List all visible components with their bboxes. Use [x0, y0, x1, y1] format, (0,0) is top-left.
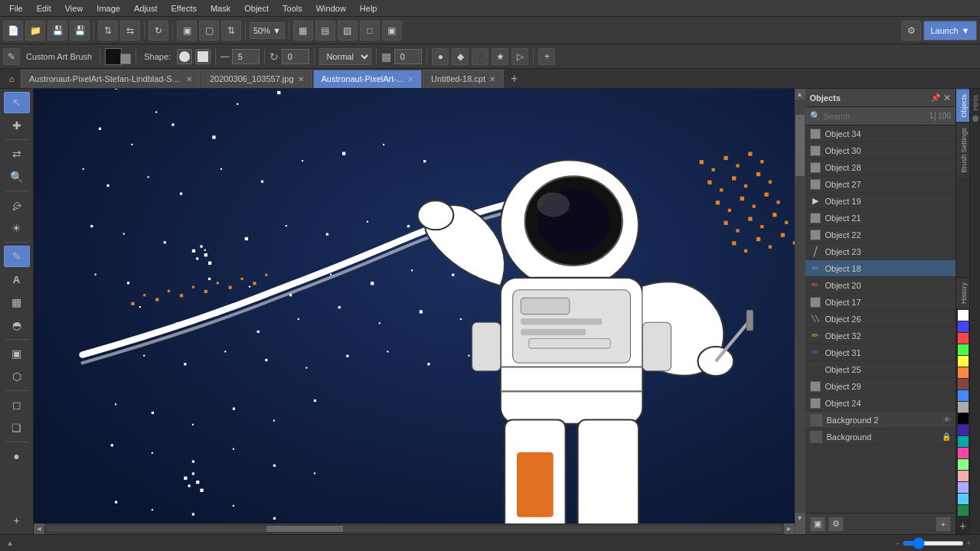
resize-button[interactable]: ▢	[199, 21, 219, 41]
opacity-field[interactable]: 0	[394, 49, 422, 64]
hints-btn[interactable]	[972, 116, 978, 122]
view-btn3[interactable]: ▧	[338, 21, 358, 41]
panel-pin[interactable]: 📌	[931, 93, 940, 102]
tab-active[interactable]: Austronaut-PixelArt-... ✕	[313, 70, 423, 88]
canvas-area[interactable]: ▲ ▼ ◄ ►	[34, 89, 805, 534]
obj-item-24[interactable]: Object 24	[805, 395, 956, 412]
vscroll-up[interactable]: ▲	[795, 89, 805, 99]
tool-color[interactable]: ●	[4, 445, 30, 467]
brush-tool-icon[interactable]: ✎	[3, 48, 20, 65]
tab2-close[interactable]: ✕	[298, 75, 304, 83]
tool-lasso[interactable]: ⌮	[4, 194, 30, 216]
tool-shape[interactable]: ⬡	[4, 366, 30, 387]
tool-node[interactable]: ✚	[4, 115, 30, 136]
tool-eyedropper[interactable]: ◓	[4, 315, 30, 336]
obj-item-bg2[interactable]: Background 2 👁	[805, 412, 956, 429]
color-teal[interactable]	[958, 436, 969, 447]
tab4-close[interactable]: ✕	[489, 75, 495, 83]
vscroll-track[interactable]	[795, 99, 805, 513]
hscroll-thumb[interactable]	[266, 526, 343, 532]
export-button[interactable]: ⇆	[120, 21, 140, 41]
obj-item-27[interactable]: Object 27	[805, 176, 956, 193]
import-button[interactable]: ⇅	[98, 21, 118, 41]
obj-item-21[interactable]: Object 21	[805, 210, 956, 227]
new-button[interactable]: 📄	[3, 21, 23, 41]
color-brown[interactable]	[958, 379, 969, 390]
tab-png[interactable]: Austronaut-PixelArt-Stefan-Lindblad-Spee…	[21, 70, 201, 88]
zoom-in-btn[interactable]: +	[967, 540, 971, 547]
obj-item-28[interactable]: Object 28	[805, 159, 956, 176]
obj-item-31[interactable]: ✏ Object 31	[805, 344, 956, 361]
color-white[interactable]	[958, 310, 969, 321]
menu-tools[interactable]: Tools	[276, 2, 309, 15]
tab3-close[interactable]: ✕	[407, 75, 413, 83]
menu-image[interactable]: Image	[90, 2, 126, 15]
menu-object[interactable]: Object	[238, 2, 275, 15]
obj-item-29[interactable]: Object 29	[805, 378, 956, 395]
hscroll-left[interactable]: ◄	[34, 523, 44, 534]
obj-item-32[interactable]: ✏ Object 32	[805, 328, 956, 344]
vscroll-down[interactable]: ▼	[795, 513, 805, 523]
obj-item-20[interactable]: ✏ Object 20	[805, 277, 956, 294]
color-red[interactable]	[958, 333, 969, 344]
tool-transform[interactable]: ⇄	[4, 143, 30, 165]
search-input[interactable]	[824, 112, 929, 121]
undo-button[interactable]: ↻	[149, 21, 168, 41]
color-pink[interactable]	[958, 448, 969, 458]
obj-item-22[interactable]: Object 22	[805, 227, 956, 243]
strip-objects[interactable]: Objects	[956, 89, 969, 122]
tab1-close[interactable]: ✕	[186, 75, 192, 83]
obj-add-layer-btn[interactable]: +	[936, 517, 951, 532]
add-color-btn[interactable]: +	[956, 517, 969, 534]
hscroll-track[interactable]	[46, 526, 782, 532]
strip-brush[interactable]: Brush Settings	[956, 122, 969, 178]
color-purple[interactable]	[958, 425, 969, 435]
obj-add-btn[interactable]: ▣	[810, 517, 825, 532]
obj-eye-bg2[interactable]: 👁	[943, 416, 951, 424]
color-orange[interactable]	[958, 367, 969, 378]
menu-effects[interactable]: Effects	[165, 2, 203, 15]
save-as-button[interactable]: 💾	[70, 21, 90, 41]
btn-paint3[interactable]: ◾	[472, 48, 488, 65]
obj-item-17[interactable]: Object 17	[805, 294, 956, 311]
menu-view[interactable]: View	[59, 2, 90, 15]
open-button[interactable]: 📁	[25, 21, 45, 41]
zoom-combo[interactable]: 50% ▼	[250, 22, 285, 39]
tab-cpt[interactable]: Untitled-18.cpt ✕	[423, 70, 504, 88]
tool-magic[interactable]: ☀	[4, 217, 30, 239]
brush-size-field[interactable]: 5	[232, 49, 260, 64]
menu-mask[interactable]: Mask	[204, 2, 237, 15]
obj-item-34[interactable]: Object 34	[805, 126, 956, 142]
blend-mode-select[interactable]: Normal Multiply Screen Overlay	[319, 48, 371, 65]
obj-settings-btn[interactable]: ⚙	[828, 517, 844, 532]
view-btn4[interactable]: □	[360, 21, 380, 41]
color-lightblue[interactable]	[958, 390, 969, 401]
obj-item-23[interactable]: ╲ Object 23	[805, 243, 956, 260]
tool-clone[interactable]: ❏	[4, 417, 30, 439]
color-darkgreen[interactable]	[958, 505, 969, 516]
color-green[interactable]	[958, 344, 969, 355]
launch-button[interactable]: Launch ▼	[923, 21, 977, 41]
tool-text[interactable]: A	[4, 269, 30, 290]
obj-item-19[interactable]: ▶ Object 19	[805, 193, 956, 210]
strip-history[interactable]: History	[956, 277, 969, 308]
rotation-field[interactable]: 0	[282, 49, 309, 64]
obj-item-25[interactable]: ✏ Object 25	[805, 361, 956, 378]
color-lightpink[interactable]	[958, 471, 969, 481]
view-btn5[interactable]: ▣	[382, 21, 402, 41]
tool-zoom[interactable]: 🔍	[4, 166, 30, 187]
hscroll-right[interactable]: ►	[784, 523, 795, 534]
zoom-slider[interactable]	[903, 541, 964, 546]
color-black[interactable]	[958, 413, 969, 424]
menu-adjust[interactable]: Adjust	[128, 2, 164, 15]
btn-extra[interactable]: +	[538, 48, 555, 65]
color-lightgreen[interactable]	[958, 459, 969, 470]
color-skyblue[interactable]	[958, 494, 969, 504]
btn-paint5[interactable]: ▷	[511, 48, 528, 65]
vscroll-thumb[interactable]	[795, 115, 805, 176]
obj-lock-bg[interactable]: 🔒	[942, 432, 951, 441]
size-decrease-btn[interactable]: ─	[220, 50, 229, 64]
tool-brush[interactable]: ✎	[4, 246, 30, 267]
obj-item-18[interactable]: ✏ Object 18	[805, 260, 956, 277]
new-tab-btn[interactable]: +	[505, 72, 524, 86]
